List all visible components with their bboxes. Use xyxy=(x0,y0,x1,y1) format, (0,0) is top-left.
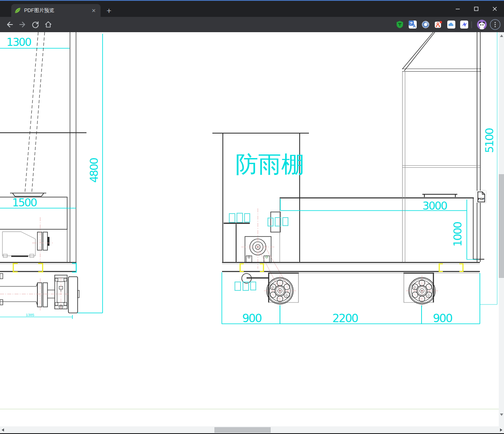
maximize-button[interactable] xyxy=(467,1,485,17)
forward-button[interactable] xyxy=(16,18,29,31)
horizontal-scrollbar-thumb[interactable] xyxy=(214,427,271,433)
dim-1385: 1385 xyxy=(26,313,34,317)
cad-wheels xyxy=(264,273,438,307)
dim-1300: 1300 xyxy=(6,36,31,48)
extension-bird-icon[interactable] xyxy=(460,21,468,29)
profile-avatar[interactable] xyxy=(477,20,487,29)
cad-left-view: 1300 4800 1500 xyxy=(0,32,103,319)
close-button[interactable] xyxy=(485,1,504,17)
dim-2200: 2200 xyxy=(332,312,358,325)
window-controls xyxy=(448,1,504,17)
dim-1500: 1500 xyxy=(12,196,37,209)
browser-menu-button[interactable] xyxy=(490,19,501,30)
pdf-button-label: PDF xyxy=(478,197,485,201)
reload-button[interactable] xyxy=(29,18,42,31)
browser-tab[interactable]: PDF图片预览 ✕ xyxy=(11,4,101,17)
scroll-down-icon[interactable] xyxy=(500,413,503,416)
cad-bottom-dimensions: 900 2200 900 xyxy=(222,272,480,325)
extension-proxy-ring-icon[interactable] xyxy=(422,21,430,29)
page-boundary-line xyxy=(0,409,499,409)
tab-close-button[interactable]: ✕ xyxy=(90,7,97,14)
extension-cloud-icon[interactable] xyxy=(447,21,455,29)
preview-page: 1300 4800 1500 xyxy=(0,32,504,434)
cad-rails xyxy=(222,263,480,274)
scroll-right-icon[interactable] xyxy=(500,428,502,432)
cad-platform: 3000 1000 xyxy=(280,194,484,262)
horizontal-scrollbar[interactable] xyxy=(0,426,504,433)
dim-4800: 4800 xyxy=(88,158,100,183)
window-titlebar: PDF图片预览 ✕ + xyxy=(0,1,504,17)
spring-leaf-icon xyxy=(14,7,21,14)
dim-900-right: 900 xyxy=(433,312,452,325)
scroll-up-icon[interactable] xyxy=(500,35,503,37)
home-button[interactable] xyxy=(42,18,55,31)
back-button[interactable] xyxy=(3,18,16,31)
extension-network-badge-icon[interactable] xyxy=(434,21,442,29)
dim-3000: 3000 xyxy=(422,200,447,212)
extension-tampermonkey-icon[interactable] xyxy=(396,21,404,29)
cad-drawing: 1300 4800 1500 xyxy=(0,32,499,409)
new-tab-button[interactable]: + xyxy=(104,6,114,16)
scroll-left-icon[interactable] xyxy=(2,428,4,432)
shed-label: 防雨棚 xyxy=(235,151,304,177)
toolbar-separator xyxy=(471,21,472,28)
minimize-button[interactable] xyxy=(448,1,467,17)
vertical-scrollbar[interactable] xyxy=(499,32,504,426)
dim-900-left: 900 xyxy=(242,312,261,325)
tab-title: PDF图片预览 xyxy=(24,7,90,14)
cad-right-structure: 5100 xyxy=(402,32,497,304)
vertical-scrollbar-thumb[interactable] xyxy=(499,174,504,278)
cad-middle-view: 防雨棚 xyxy=(212,133,309,290)
pdf-export-button[interactable]: PDF xyxy=(477,191,486,203)
browser-toolbar: localhost:8012/onlinePreview?url=http%3A… xyxy=(0,17,504,32)
dim-1000: 1000 xyxy=(451,222,464,247)
extension-translate-icon[interactable] xyxy=(409,21,417,29)
dim-5100: 5100 xyxy=(483,128,496,153)
